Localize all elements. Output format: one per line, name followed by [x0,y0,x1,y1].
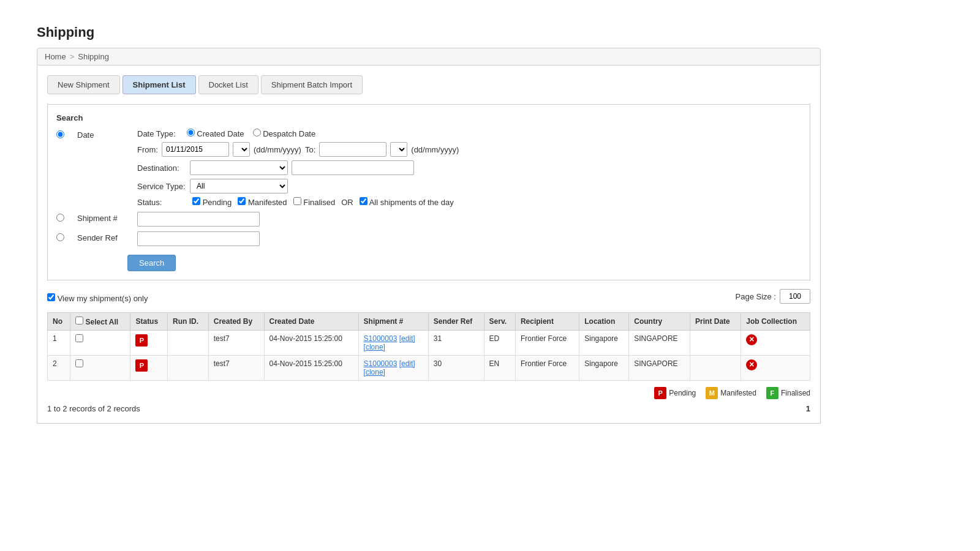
destination-input[interactable] [292,160,414,175]
cell-created-date: 04-Nov-2015 15:25:00 [264,331,358,356]
from-date-format-select[interactable]: ▼ [233,142,250,157]
search-button[interactable]: Search [127,255,176,271]
search-panel: Search Date Date Type: Created Date [47,104,810,280]
cell-run-id [168,331,209,356]
all-shipments-label[interactable]: All shipments of the day [360,197,454,207]
shipment-edit-link[interactable]: [edit] [399,359,415,368]
legend: P Pending M Manifested F Finalised [47,387,810,399]
pagination-current-page: 1 [806,404,810,413]
legend-pending: P Pending [654,387,696,399]
view-my-shipments-checkbox[interactable] [47,293,55,301]
sender-ref-label[interactable]: Sender Ref [77,231,132,242]
breadcrumb: Home > Shipping [37,48,821,66]
cell-checkbox[interactable] [70,331,130,356]
col-created-date: Created Date [264,313,358,331]
legend-pending-icon: P [654,387,666,399]
cell-job-collection[interactable]: × [741,331,810,356]
status-label: Status: [137,198,186,207]
to-label: To: [305,145,315,154]
col-no: No [48,313,70,331]
shipment-edit-link[interactable]: [edit] [399,334,415,343]
sender-ref-row: Sender Ref [56,231,801,246]
radio-sender-ref[interactable] [56,233,64,241]
page-size-input[interactable] [780,289,810,304]
status-icon: P [135,359,148,372]
table-row: 1 P test7 04-Nov-2015 15:25:00 S1000003 … [48,331,810,356]
cell-country: SINGAPORE [629,331,690,356]
col-status: Status [130,313,168,331]
status-pending-label[interactable]: Pending [192,197,232,207]
cell-status: P [130,356,168,381]
to-date-format-select[interactable]: ▼ [390,142,407,157]
tab-shipment-batch-import[interactable]: Shipment Batch Import [261,75,363,94]
col-shipment-num: Shipment # [358,313,428,331]
legend-finalised-icon: F [766,387,778,399]
shipment-num-link[interactable]: S1000003 [364,359,398,368]
tab-docket-list[interactable]: Docket List [198,75,258,94]
delete-button[interactable]: × [746,359,757,370]
sender-ref-input[interactable] [137,231,260,246]
shipment-clone-link[interactable]: [clone] [364,368,385,377]
status-finalised-checkbox[interactable] [293,197,301,205]
status-manifested-checkbox[interactable] [238,197,246,205]
shipment-clone-link[interactable]: [clone] [364,343,385,351]
shipment-num-label[interactable]: Shipment # [77,212,132,223]
from-date-input[interactable] [162,142,229,157]
destination-select[interactable] [190,160,288,175]
all-shipments-checkbox[interactable] [360,197,368,205]
radio-created-date-label[interactable]: Created Date [187,129,244,138]
radio-date[interactable] [56,130,64,138]
cell-shipment-num: S1000003 [edit] [clone] [358,356,428,381]
radio-created-date[interactable] [187,129,195,137]
delete-button[interactable]: × [746,334,757,345]
page-size-label: Page Size : [736,292,777,301]
select-all-checkbox[interactable] [75,317,83,324]
cell-created-date: 04-Nov-2015 15:25:00 [264,356,358,381]
col-print-date: Print Date [690,313,741,331]
cell-recipient: Frontier Force [515,356,579,381]
cell-job-collection[interactable]: × [741,356,810,381]
col-select-all[interactable]: Select All [70,313,130,331]
radio-shipment-num[interactable] [56,214,64,222]
page-title: Shipping [37,24,821,40]
shipment-num-link[interactable]: S1000003 [364,334,398,343]
status-pending-checkbox[interactable] [192,197,200,205]
status-manifested-label[interactable]: Manifested [238,197,287,207]
row-checkbox[interactable] [75,334,83,342]
shipments-table: No Select All Status Run ID. Created By … [47,312,810,381]
legend-manifested-label: Manifested [720,389,756,397]
view-my-shipments-label[interactable]: View my shipment(s) only [47,293,148,303]
tab-shipment-list[interactable]: Shipment List [123,75,196,94]
tab-bar: New Shipment Shipment List Docket List S… [47,75,810,94]
date-label[interactable]: Date [77,129,132,140]
col-recipient: Recipient [515,313,579,331]
cell-checkbox[interactable] [70,356,130,381]
service-type-select[interactable]: All [190,179,288,193]
destination-label: Destination: [137,163,186,173]
shipment-num-input[interactable] [137,212,260,227]
toolbar: View my shipment(s) only Page Size : [47,289,810,307]
pagination-info: 1 to 2 records of 2 records [47,404,140,413]
cell-sender-ref: 30 [428,356,484,381]
col-location: Location [579,313,629,331]
cell-serv: ED [484,331,515,356]
row-checkbox[interactable] [75,359,83,367]
search-title: Search [56,113,801,122]
to-date-input[interactable] [319,142,386,157]
legend-pending-label: Pending [669,389,696,397]
date-type-label: Date Type: [137,129,176,138]
radio-despatch-date[interactable] [253,129,261,137]
cell-sender-ref: 31 [428,331,484,356]
cell-status: P [130,331,168,356]
col-country: Country [629,313,690,331]
breadcrumb-shipping[interactable]: Shipping [78,52,109,61]
cell-created-by: test7 [208,356,264,381]
status-icon: P [135,334,148,347]
cell-shipment-num: S1000003 [edit] [clone] [358,331,428,356]
radio-despatch-date-label[interactable]: Despatch Date [253,129,316,138]
tab-new-shipment[interactable]: New Shipment [47,75,120,94]
breadcrumb-home[interactable]: Home [45,52,66,61]
col-sender-ref: Sender Ref [428,313,484,331]
shipment-num-row: Shipment # [56,212,801,227]
status-finalised-label[interactable]: Finalised [293,197,336,207]
